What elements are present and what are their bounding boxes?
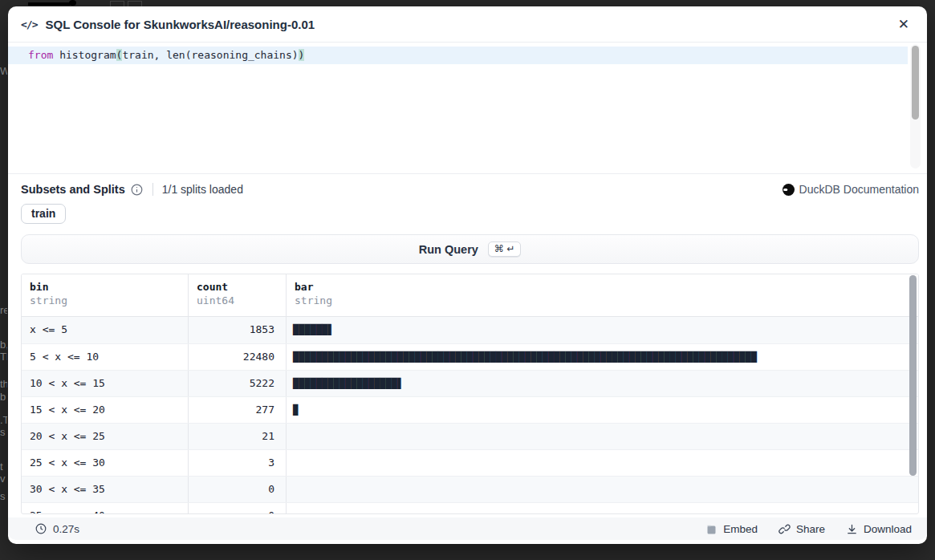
bin-cell: 10 < x <= 15	[22, 371, 189, 396]
sql-close-paren: )	[299, 49, 305, 61]
editor-scrollbar-track[interactable]	[910, 44, 921, 168]
background-text-fragment: W	[0, 66, 7, 77]
column-name: bin	[30, 281, 180, 293]
bin-cell: 5 < x <= 10	[22, 344, 189, 370]
sql-function: histogram	[53, 49, 116, 61]
keyboard-shortcut-badge: ⌘ ↵	[488, 241, 521, 257]
count-cell: 21	[189, 424, 287, 449]
count-cell: 0	[189, 477, 287, 502]
background-text-fragment: .T	[0, 415, 7, 426]
embed-button[interactable]: Embed	[705, 523, 758, 535]
column-header-count[interactable]: count uint64	[189, 274, 287, 316]
background-button-remnant	[110, 1, 124, 6]
bin-cell: 20 < x <= 25	[22, 424, 189, 449]
share-link-icon	[778, 523, 791, 535]
download-button[interactable]: Download	[846, 523, 912, 535]
modal-header: </> SQL Console for SkunkworksAI/reasoni…	[8, 6, 927, 43]
column-type: string	[295, 294, 910, 306]
results-table: bin string count uint64 bar string x <= …	[21, 274, 919, 514]
table-row[interactable]: 25 < x <= 30 3	[22, 449, 918, 476]
splits-loaded-status: 1/1 splits loaded	[162, 183, 243, 196]
query-duration-value: 0.27s	[53, 523, 79, 535]
code-icon: </>	[21, 18, 37, 30]
duckdb-doc-link[interactable]: DuckDB Documentation	[783, 183, 919, 196]
sql-keyword: from	[28, 49, 53, 61]
column-header-bin[interactable]: bin string	[22, 274, 189, 316]
run-query-label: Run Query	[419, 243, 478, 256]
table-row[interactable]: 30 < x <= 35 0	[22, 476, 918, 502]
sql-args: train, len(reasoning_chains)	[122, 49, 298, 61]
duckdb-doc-label: DuckDB Documentation	[799, 183, 919, 196]
table-row[interactable]: 20 < x <= 25 21	[22, 423, 918, 449]
count-cell: 0	[189, 503, 287, 514]
bar-cell: ██████████████████▋	[287, 371, 918, 396]
download-icon	[846, 523, 858, 535]
background-text-fragment: b,	[0, 339, 7, 351]
count-cell: 1853	[189, 317, 287, 343]
column-type: string	[30, 294, 180, 306]
embed-icon	[705, 523, 718, 535]
bin-cell: 30 < x <= 35	[22, 477, 189, 502]
bin-cell: 35 < x <= 40	[22, 503, 189, 514]
background-text-fragment: re	[0, 305, 7, 316]
background-text-remnant	[28, 2, 70, 6]
bin-cell: x <= 5	[22, 317, 189, 343]
share-button[interactable]: Share	[778, 523, 825, 535]
modal-footer: 0.27s Embed Share	[8, 517, 927, 540]
background-text-fragment: v	[0, 473, 7, 485]
query-duration: 0.27s	[35, 523, 79, 535]
bar-cell: ▉	[287, 397, 918, 423]
background-text-fragment: s	[0, 427, 7, 438]
duckdb-logo-icon	[783, 184, 795, 196]
bar-cell	[287, 450, 918, 476]
split-badge-train[interactable]: train	[21, 204, 66, 224]
sql-editor[interactable]: from histogram(train, len(reasoning_chai…	[8, 43, 927, 174]
bin-cell: 25 < x <= 30	[22, 450, 189, 476]
divider	[152, 183, 153, 196]
info-icon[interactable]	[131, 184, 143, 196]
table-scrollbar-thumb[interactable]	[909, 275, 917, 476]
table-row[interactable]: 35 < x <= 40 0	[22, 502, 918, 514]
bar-cell: ████████████████████████████████████████…	[287, 344, 918, 370]
embed-label: Embed	[723, 523, 758, 535]
count-cell: 277	[189, 397, 287, 423]
count-cell: 3	[189, 450, 287, 476]
bin-cell: 15 < x <= 20	[22, 397, 189, 423]
sql-code-line[interactable]: from histogram(train, len(reasoning_chai…	[8, 47, 908, 64]
bar-cell	[287, 503, 918, 514]
background-icon-remnant	[69, 0, 76, 6]
column-type: uint64	[197, 294, 278, 306]
table-row[interactable]: 15 < x <= 20 277 ▉	[22, 396, 918, 423]
background-text-fragment: b	[0, 392, 7, 403]
bar-cell	[287, 424, 918, 449]
table-row[interactable]: x <= 5 1853 ██████▋	[22, 317, 918, 343]
table-header-row: bin string count uint64 bar string	[22, 274, 918, 317]
count-cell: 22480	[189, 344, 287, 370]
column-name: bar	[295, 281, 910, 293]
modal-title: SQL Console for SkunkworksAI/reasoning-0…	[45, 18, 315, 31]
subsets-row: Subsets and Splits 1/1 splits loaded Duc…	[21, 181, 919, 198]
subsets-heading: Subsets and Splits	[21, 183, 125, 196]
sql-console-modal: </> SQL Console for SkunkworksAI/reasoni…	[8, 6, 927, 544]
download-label: Download	[864, 523, 912, 535]
column-name: count	[197, 281, 278, 293]
count-cell: 5222	[189, 371, 287, 396]
run-query-button[interactable]: Run Query ⌘ ↵	[21, 234, 919, 264]
column-header-bar[interactable]: bar string	[287, 274, 918, 316]
close-icon[interactable]: ✕	[893, 14, 914, 34]
clock-icon	[35, 523, 47, 534]
table-row[interactable]: 10 < x <= 15 5222 ██████████████████▋	[22, 370, 918, 396]
bar-cell: ██████▋	[287, 317, 918, 343]
background-text-fragment: tha	[0, 379, 7, 390]
table-row[interactable]: 5 < x <= 10 22480 ██████████████████████…	[22, 343, 918, 370]
background-text-fragment: s	[0, 491, 7, 502]
background-text-fragment: Th	[0, 351, 7, 363]
bar-cell	[287, 477, 918, 502]
editor-scrollbar-thumb[interactable]	[912, 46, 919, 120]
share-label: Share	[796, 523, 825, 535]
background-text-fragment: t	[0, 461, 7, 473]
background-button-remnant	[128, 1, 142, 6]
table-body: x <= 5 1853 ██████▋ 5 < x <= 10 22480 ██…	[22, 317, 918, 514]
